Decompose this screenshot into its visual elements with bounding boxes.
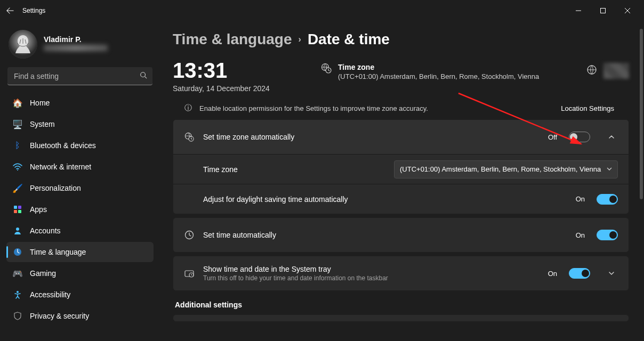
section-header-additional: Additional settings (175, 301, 629, 309)
auto-timezone-toggle[interactable] (569, 132, 590, 142)
apps-icon (13, 205, 22, 214)
toggle-state: On (576, 195, 585, 203)
systray-card: Show time and date in the System tray Tu… (173, 256, 629, 291)
breadcrumb-current: Date & time (308, 31, 390, 48)
svg-point-10 (17, 291, 19, 293)
sidebar-item-label: Personalization (30, 184, 81, 192)
location-banner: ⓘ Enable location permission for the Set… (173, 99, 629, 119)
info-icon: ⓘ (184, 103, 192, 113)
svg-rect-0 (601, 9, 606, 13)
sidebar-item-privacy[interactable]: Privacy & security (6, 306, 154, 326)
system-icon: 🖥️ (13, 119, 22, 129)
timezone-select-row: Time zone (UTC+01:00) Amsterdam, Berlin,… (173, 154, 629, 184)
main-content: Time & language › Date & time 13:31 Satu… (160, 21, 644, 341)
sidebar: Vladimir P. 🏠Home 🖥️System ᛒBluetooth & … (0, 21, 160, 341)
sidebar-item-accounts[interactable]: Accounts (6, 221, 154, 241)
current-date: Saturday, 14 December 2024 (173, 84, 306, 93)
minimize-icon (576, 8, 581, 13)
auto-timezone-card: Set time zone automatically Off Time zon… (173, 119, 629, 214)
close-icon (625, 8, 630, 13)
region-block (586, 63, 629, 79)
svg-rect-7 (18, 210, 21, 213)
timezone-value: (UTC+01:00) Amsterdam, Berlin, Bern, Rom… (338, 72, 539, 80)
timezone-block: Time zone (UTC+01:00) Amsterdam, Berlin,… (321, 63, 571, 80)
maximize-button[interactable] (591, 2, 615, 19)
user-profile[interactable]: Vladimir P. (6, 21, 154, 66)
systray-toggle[interactable] (569, 268, 590, 279)
sidebar-item-home[interactable]: 🏠Home (6, 93, 154, 113)
globe-clock-icon (321, 63, 332, 76)
sidebar-item-time-language[interactable]: Time & language (6, 242, 154, 262)
sidebar-item-label: Time & language (30, 248, 86, 256)
auto-time-card: Set time automatically On (173, 217, 629, 253)
auto-timezone-row: Set time zone automatically Off (173, 120, 629, 154)
sidebar-item-accessibility[interactable]: Accessibility (6, 285, 154, 305)
chevron-right-icon: › (299, 35, 301, 44)
svg-rect-6 (14, 210, 17, 213)
time-block: 13:31 Saturday, 14 December 2024 (173, 60, 306, 93)
svg-rect-5 (18, 206, 21, 209)
dst-row: Adjust for daylight saving time automati… (173, 184, 629, 214)
svg-point-2 (141, 72, 146, 77)
sidebar-item-system[interactable]: 🖥️System (6, 114, 154, 134)
chevron-down-icon (608, 270, 615, 277)
sidebar-item-network[interactable]: Network & internet (6, 157, 154, 177)
user-meta: Vladimir P. (44, 35, 108, 53)
breadcrumb-parent[interactable]: Time & language (173, 31, 292, 48)
timezone-select[interactable]: (UTC+01:00) Amsterdam, Berlin, Bern, Rom… (394, 160, 618, 178)
maximize-icon (600, 8, 606, 13)
window-controls (566, 2, 640, 19)
search-wrap (7, 67, 152, 85)
banner-text: Enable location permission for the Setti… (199, 104, 553, 112)
auto-time-row: Set time automatically On (173, 218, 629, 252)
shield-icon (13, 311, 22, 321)
sidebar-item-apps[interactable]: Apps (6, 199, 154, 220)
svg-rect-4 (14, 206, 17, 209)
brush-icon: 🖌️ (13, 183, 22, 193)
user-email (44, 45, 108, 51)
dst-toggle[interactable] (597, 194, 618, 205)
search-input[interactable] (7, 67, 152, 85)
sidebar-item-label: Gaming (30, 269, 56, 278)
back-button[interactable] (4, 5, 16, 17)
svg-point-3 (17, 169, 18, 170)
clock-globe-icon (13, 247, 22, 257)
titlebar: Settings (0, 0, 644, 21)
sidebar-item-label: Home (30, 99, 50, 107)
row-title: Show time and date in the System tray (203, 265, 540, 273)
svg-point-8 (16, 228, 19, 231)
sidebar-item-gaming[interactable]: 🎮Gaming (6, 263, 154, 283)
sidebar-item-personalization[interactable]: 🖌️Personalization (6, 178, 154, 198)
row-title: Adjust for daylight saving time automati… (203, 195, 567, 204)
sidebar-item-label: Apps (30, 205, 47, 214)
globe-icon (586, 64, 597, 77)
location-settings-link[interactable]: Location Settings (561, 104, 614, 112)
chevron-up-icon (608, 134, 615, 140)
clock-icon (184, 230, 195, 240)
toggle-state: On (576, 231, 585, 239)
close-button[interactable] (615, 2, 640, 19)
sidebar-item-bluetooth[interactable]: ᛒBluetooth & devices (6, 135, 154, 156)
expand-button[interactable] (605, 267, 618, 280)
minimize-button[interactable] (566, 2, 591, 19)
search-icon (140, 71, 147, 81)
current-time: 13:31 (173, 60, 306, 81)
sidebar-item-label: System (30, 120, 55, 128)
taskbar-clock-icon (184, 269, 195, 278)
timezone-label: Time zone (338, 63, 539, 71)
user-name: Vladimir P. (44, 35, 108, 44)
gamepad-icon: 🎮 (13, 269, 22, 278)
collapse-button[interactable] (605, 131, 618, 143)
systray-row: Show time and date in the System tray Tu… (173, 256, 629, 290)
row-title: Set time automatically (203, 231, 567, 239)
bluetooth-icon: ᛒ (13, 141, 22, 150)
chevron-down-icon (607, 165, 612, 173)
titlebar-left: Settings (4, 5, 45, 17)
arrow-left-icon (6, 7, 14, 14)
scrollbar[interactable] (640, 29, 643, 199)
row-title: Set time zone automatically (203, 133, 540, 141)
toggle-state: On (548, 270, 557, 278)
auto-time-toggle[interactable] (597, 230, 618, 240)
app-title: Settings (22, 7, 45, 14)
sidebar-item-label: Privacy & security (30, 312, 89, 320)
